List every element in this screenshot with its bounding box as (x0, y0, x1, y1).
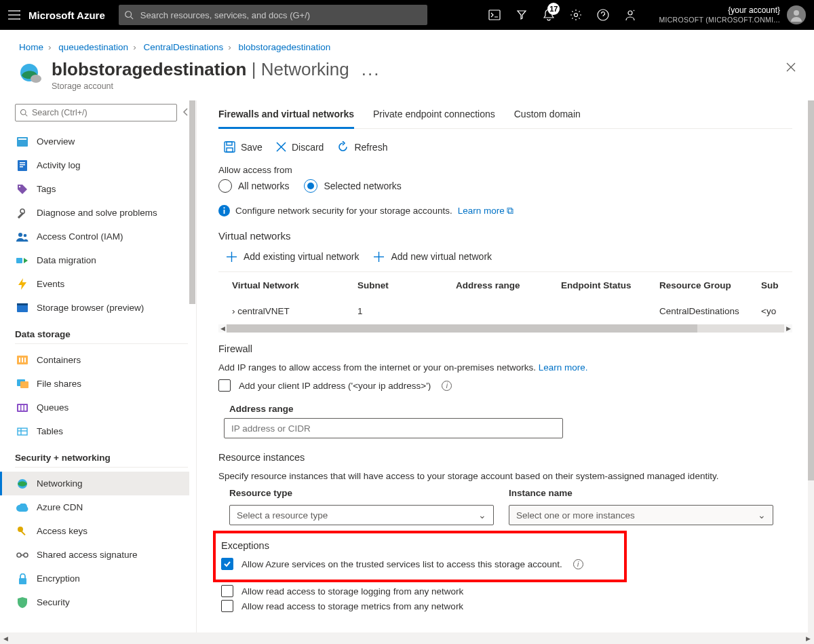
sidebar-group: Security + networking (15, 453, 196, 463)
discard-button[interactable]: Discard (276, 142, 324, 153)
sidebar-scrollbar[interactable] (189, 100, 195, 304)
svg-point-44 (17, 553, 21, 557)
svg-rect-29 (19, 358, 20, 362)
info-line: Configure network security for your stor… (218, 205, 792, 216)
global-search[interactable] (119, 5, 427, 25)
table-icon (16, 428, 28, 436)
settings-icon[interactable] (562, 0, 589, 30)
fileshare-icon (16, 379, 28, 388)
migration-icon (16, 256, 28, 265)
col-vnet: Virtual Network (232, 280, 357, 290)
address-range-input[interactable] (224, 418, 563, 438)
info-icon[interactable]: i (442, 381, 452, 391)
filter-icon[interactable] (508, 0, 535, 30)
tabs: Firewalls and virtual networks Private e… (218, 100, 792, 129)
client-ip-checkbox[interactable] (218, 379, 231, 392)
sidebar-item-containers[interactable]: Containers (15, 348, 196, 372)
sidebar-search[interactable]: Search (Ctrl+/) (15, 104, 177, 121)
radio-all-networks[interactable]: All networks (218, 179, 289, 193)
sidebar-item-fileshares[interactable]: File shares (15, 372, 196, 396)
account-menu[interactable]: {your account} MICROSOFT (MICROSOFT.ONMI… (652, 5, 806, 24)
lightning-icon (16, 278, 28, 290)
breadcrumb-item[interactable]: blobstoragedestination (238, 42, 330, 52)
learn-more-link[interactable]: Learn more. (539, 362, 588, 373)
svg-line-15 (25, 114, 27, 116)
sas-icon (16, 551, 28, 559)
breadcrumb-home[interactable]: Home (19, 42, 43, 52)
notifications-icon[interactable]: 17 (535, 0, 562, 30)
svg-rect-49 (227, 142, 232, 145)
svg-rect-27 (17, 303, 28, 305)
radio-selected-networks[interactable]: Selected networks (304, 179, 401, 193)
svg-rect-33 (20, 381, 28, 388)
sidebar-item-cdn[interactable]: Azure CDN (15, 495, 196, 519)
exceptions-title: Exceptions (221, 540, 616, 551)
ri-col1-label: Resource type (229, 488, 494, 498)
sidebar-item-sas[interactable]: Shared access signature (15, 543, 196, 567)
brand[interactable]: Microsoft Azure (28, 10, 105, 21)
help-icon[interactable] (589, 0, 617, 30)
learn-more-link[interactable]: Learn more⧉ (458, 206, 513, 216)
svg-rect-35 (18, 405, 20, 411)
browser-icon (16, 303, 28, 312)
more-button[interactable]: ... (362, 59, 381, 79)
svg-rect-18 (18, 160, 27, 171)
table-row[interactable]: › centralVNET 1 CentralDestinations <yo (218, 298, 792, 324)
svg-rect-20 (20, 164, 25, 166)
page-title: blobstoragedestination | Networking... (52, 59, 380, 80)
vnet-hscroll[interactable]: ◀▶ (218, 324, 792, 333)
container-icon (16, 356, 28, 364)
logging-checkbox[interactable] (221, 585, 233, 597)
save-button[interactable]: Save (224, 141, 263, 153)
svg-point-55 (223, 207, 225, 208)
sidebar-item-security[interactable]: Security (15, 590, 196, 614)
refresh-button[interactable]: Refresh (337, 141, 387, 153)
tab-custom-domain[interactable]: Custom domain (514, 102, 581, 129)
svg-point-11 (31, 75, 41, 83)
instance-name-select[interactable]: Select one or more instances⌄ (509, 505, 773, 525)
shield-icon (16, 597, 28, 608)
hamburger-icon[interactable] (8, 10, 20, 20)
feedback-icon[interactable] (617, 0, 644, 30)
sidebar-item-tables[interactable]: Tables (15, 419, 196, 443)
svg-point-7 (598, 10, 608, 20)
sidebar-item-activity-log[interactable]: Activity log (15, 153, 196, 177)
sidebar-item-browser[interactable]: Storage browser (preview) (15, 296, 196, 320)
breadcrumb-item[interactable]: CentralDestinations (143, 42, 223, 52)
close-icon[interactable] (786, 62, 796, 75)
resource-type-select[interactable]: Select a resource type⌄ (229, 505, 494, 525)
add-new-vnet-button[interactable]: Add new virtual network (374, 251, 492, 262)
sidebar-item-migration[interactable]: Data migration (15, 248, 196, 272)
sidebar-item-iam[interactable]: Access Control (IAM) (15, 225, 196, 248)
sidebar-item-overview[interactable]: Overview (15, 130, 196, 153)
page-hscrollbar[interactable]: ◀▶ (0, 632, 814, 644)
svg-point-24 (24, 233, 27, 237)
info-icon[interactable]: i (573, 559, 583, 569)
breadcrumb-item[interactable]: queuedestination (58, 42, 128, 52)
main-content: Firewalls and virtual networks Private e… (197, 100, 814, 634)
chevron-right-icon[interactable]: › (232, 306, 235, 316)
main-scrollbar-thumb[interactable] (808, 100, 814, 480)
avatar-icon (787, 5, 806, 24)
sidebar-item-tags[interactable]: Tags (15, 177, 196, 201)
sidebar-item-queues[interactable]: Queues (15, 396, 196, 419)
cloud-icon (16, 504, 28, 512)
networking-icon (16, 478, 28, 489)
sidebar-item-events[interactable]: Events (15, 272, 196, 296)
sidebar-item-encryption[interactable]: Encryption (15, 567, 196, 590)
global-search-input[interactable] (139, 10, 422, 21)
tab-firewalls[interactable]: Firewalls and virtual networks (218, 102, 354, 129)
svg-rect-21 (20, 166, 23, 168)
main-scrollbar-track[interactable] (808, 100, 814, 634)
cloud-shell-icon[interactable] (481, 0, 508, 30)
tab-private-endpoints[interactable]: Private endpoint connections (373, 102, 495, 129)
sidebar-item-keys[interactable]: Access keys (15, 519, 196, 543)
trusted-services-checkbox[interactable] (221, 558, 233, 570)
col-sub: Sub (761, 280, 795, 290)
add-existing-vnet-button[interactable]: Add existing virtual network (227, 251, 359, 262)
chevron-down-icon: ⌄ (478, 510, 486, 520)
log-icon (16, 160, 28, 171)
metrics-checkbox[interactable] (221, 600, 233, 612)
sidebar-item-diagnose[interactable]: Diagnose and solve problems (15, 201, 196, 225)
sidebar-item-networking[interactable]: Networking (0, 472, 189, 495)
